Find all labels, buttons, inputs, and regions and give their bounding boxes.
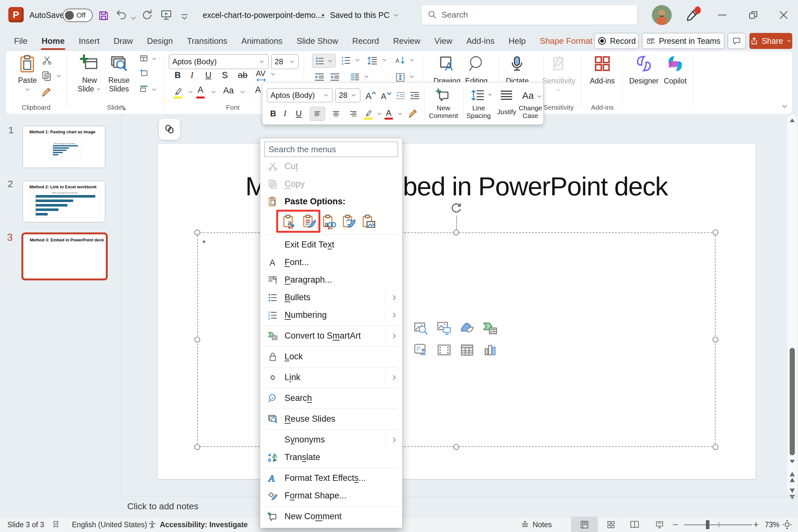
- underline-button[interactable]: U: [205, 70, 212, 80]
- reuse-slides-button[interactable]: [109, 54, 129, 74]
- record-button[interactable]: Record: [594, 33, 639, 49]
- text-shadow-button[interactable]: S: [222, 70, 228, 80]
- change-case-button[interactable]: Aa: [223, 86, 234, 96]
- mini-line-spacing-button[interactable]: [470, 88, 487, 103]
- reading-view-button[interactable]: [624, 517, 646, 532]
- paste-option-use-destination-theme-icon[interactable]: a: [282, 214, 297, 229]
- resize-handle-top-center[interactable]: [453, 230, 459, 235]
- slide-thumbnail-1[interactable]: Method 1: Pasting chart as imageNYC boro…: [22, 126, 106, 168]
- menu-item-exit-edit-text[interactable]: Exit Edit Text: [260, 236, 402, 253]
- paste-option-merge-formatting-icon[interactable]: [341, 214, 357, 229]
- addins-button[interactable]: [593, 54, 611, 73]
- share-button[interactable]: Share: [749, 33, 792, 49]
- mini-line-spacing-dropdown-icon[interactable]: [487, 92, 493, 98]
- paste-dropdown-icon[interactable]: [24, 86, 31, 93]
- paste-option-picture-icon[interactable]: [361, 214, 377, 229]
- mini-increase-indent-button[interactable]: [409, 90, 420, 101]
- mini-highlighter-button[interactable]: [363, 108, 375, 118]
- columns-button[interactable]: [349, 72, 361, 83]
- resize-handle-middle-left[interactable]: [194, 337, 200, 342]
- mini-font-size-combo[interactable]: 28: [335, 88, 360, 102]
- tab-shape-format[interactable]: Shape Format: [533, 31, 600, 51]
- resize-handle-bottom-left[interactable]: [194, 444, 200, 450]
- editing-button[interactable]: [468, 54, 486, 74]
- mini-bold-button[interactable]: B: [270, 109, 276, 119]
- font-size-combo[interactable]: 28: [271, 54, 299, 69]
- cameo-icon[interactable]: P: [413, 342, 429, 358]
- insert-table-icon[interactable]: [459, 342, 475, 358]
- character-spacing-button[interactable]: AV: [256, 69, 265, 78]
- zoom-slider-thumb[interactable]: [706, 520, 709, 529]
- avatar[interactable]: [651, 5, 672, 25]
- paste-button[interactable]: [18, 54, 36, 74]
- tab-review[interactable]: Review: [386, 31, 428, 51]
- decrease-indent-button[interactable]: [314, 72, 325, 82]
- undo-dropdown-icon[interactable]: [129, 12, 137, 25]
- decrease-font-size-button[interactable]: A: [380, 90, 392, 102]
- menu-item-synonyms[interactable]: Synonyms: [260, 431, 402, 449]
- redo-button[interactable]: [141, 8, 153, 22]
- minimize-button[interactable]: [716, 8, 729, 22]
- cut-button[interactable]: [41, 55, 53, 66]
- bold-button[interactable]: B: [174, 70, 181, 80]
- drawing-button[interactable]: A: [438, 54, 457, 74]
- resize-handle-bottom-right[interactable]: [712, 444, 718, 450]
- autosave-toggle[interactable]: Off: [63, 8, 93, 22]
- scroll-down-icon[interactable]: [789, 458, 795, 464]
- close-button[interactable]: [777, 8, 790, 22]
- text-direction-dropdown-icon[interactable]: [408, 57, 415, 63]
- mini-underline-button[interactable]: U: [296, 109, 302, 119]
- slide-title-text[interactable]: Method 3: Embed in PowerPoint deck: [158, 171, 756, 202]
- menu-search-input[interactable]: [269, 145, 394, 154]
- layout-dropdown-icon[interactable]: [151, 56, 157, 62]
- mini-format-painter-button[interactable]: [407, 108, 419, 119]
- undo-button[interactable]: [115, 8, 128, 22]
- notes-placeholder[interactable]: Click to add notes: [127, 501, 198, 512]
- copilot-slide-button[interactable]: [158, 118, 180, 140]
- collapse-ribbon-icon[interactable]: [780, 102, 789, 111]
- clear-formatting-button[interactable]: A: [255, 85, 261, 95]
- mini-font-color-button[interactable]: A: [386, 108, 391, 118]
- mini-justify-button[interactable]: [499, 88, 514, 102]
- tab-help[interactable]: Help: [501, 31, 533, 51]
- tab-draw[interactable]: Draw: [107, 31, 140, 51]
- save-status[interactable]: Saved to this PC: [330, 11, 400, 20]
- mini-decrease-indent-button[interactable]: [395, 90, 406, 101]
- resize-handle-bottom-center[interactable]: [453, 444, 459, 450]
- tab-record[interactable]: Record: [345, 31, 386, 51]
- menu-item-search[interactable]: Search: [260, 390, 402, 407]
- mini-change-case-button[interactable]: Aa: [522, 90, 534, 101]
- previous-slide-button[interactable]: [789, 471, 795, 484]
- accessibility-button[interactable]: Accessibility: Investigate: [148, 517, 248, 532]
- reset-slide-button[interactable]: [139, 69, 149, 78]
- panel-divider[interactable]: [121, 114, 121, 496]
- menu-item-format-text-effects[interactable]: AFormat Text Effects...: [260, 469, 402, 487]
- menu-item-paragraph[interactable]: Paragraph...: [260, 271, 402, 289]
- font-name-combo[interactable]: Aptos (Body): [169, 54, 269, 69]
- paste-option-embed-icon[interactable]: a: [322, 214, 337, 229]
- mini-font-color-dropdown-icon[interactable]: [397, 111, 403, 117]
- insert-icons-icon[interactable]: [459, 320, 475, 336]
- notes-toggle-button[interactable]: Notes: [520, 517, 552, 532]
- tab-transitions[interactable]: Transitions: [180, 31, 234, 51]
- mini-change-case-dropdown-icon[interactable]: [536, 93, 543, 100]
- font-color-dropdown-icon[interactable]: [210, 89, 217, 95]
- menu-item-translate[interactable]: aあTranslate: [260, 449, 402, 466]
- numbering-button[interactable]: 123: [341, 55, 352, 66]
- save-icon[interactable]: [98, 9, 109, 22]
- menu-item-link[interactable]: Link: [260, 368, 402, 386]
- strikethrough-button[interactable]: ab: [238, 70, 247, 80]
- search-bar[interactable]: [421, 4, 638, 25]
- new-slide-button[interactable]: [80, 54, 99, 74]
- tab-view[interactable]: View: [428, 31, 459, 51]
- notes-divider[interactable]: [121, 496, 798, 496]
- mini-highlighter-dropdown-icon[interactable]: [376, 111, 383, 117]
- numbering-dropdown-icon[interactable]: [354, 57, 361, 63]
- format-painter-button[interactable]: [40, 86, 53, 98]
- menu-item-reuse-slides[interactable]: Reuse Slides: [260, 410, 402, 428]
- tab-slide-show[interactable]: Slide Show: [290, 31, 345, 51]
- insert-video-icon[interactable]: [436, 342, 452, 358]
- zoom-in-button[interactable]: +: [753, 517, 759, 532]
- insert-chart-icon[interactable]: [482, 342, 498, 358]
- fit-to-window-button[interactable]: [782, 517, 792, 532]
